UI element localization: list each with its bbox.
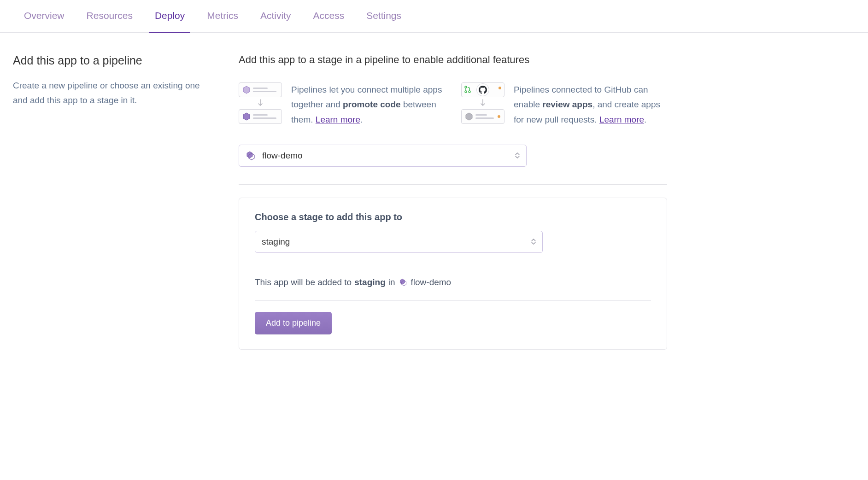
svg-marker-5 xyxy=(466,113,472,120)
svg-point-2 xyxy=(465,86,467,88)
panel-label: Choose a stage to add this app to xyxy=(255,212,651,222)
svg-marker-1 xyxy=(243,113,250,120)
info-text-github: Pipelines connected to GitHub can enable… xyxy=(514,82,667,127)
info-block-promote: Pipelines let you connect multiple apps … xyxy=(239,82,445,127)
pipeline-icon xyxy=(399,278,407,287)
diagram-card-bottom xyxy=(461,109,504,124)
chevron-up-down-icon xyxy=(515,152,520,158)
pipeline-icon xyxy=(246,151,256,161)
divider xyxy=(255,266,651,266)
arrow-down-icon xyxy=(480,98,486,108)
main-heading: Add this app to a stage in a pipeline to… xyxy=(239,54,667,66)
status-dot-icon xyxy=(499,87,501,89)
hexagon-icon xyxy=(243,112,250,121)
svg-point-4 xyxy=(469,91,470,93)
summary-pipeline: flow-demo xyxy=(411,277,452,287)
content-area: Add this app to a pipeline Create a new … xyxy=(0,33,868,368)
learn-more-link[interactable]: Learn more xyxy=(599,115,644,124)
pull-request-icon xyxy=(464,86,471,95)
tab-activity[interactable]: Activity xyxy=(249,0,302,32)
summary-segment: This app will be added to xyxy=(255,277,352,287)
tab-metrics[interactable]: Metrics xyxy=(196,0,249,32)
chevron-up-down-icon xyxy=(531,239,536,245)
info-text-promote: Pipelines let you connect multiple apps … xyxy=(291,82,445,127)
stage-panel: Choose a stage to add this app to stagin… xyxy=(239,198,667,350)
pipeline-select-value: flow-demo xyxy=(262,151,303,161)
add-to-pipeline-button[interactable]: Add to pipeline xyxy=(255,312,332,334)
tab-resources[interactable]: Resources xyxy=(76,0,144,32)
stage-select[interactable]: staging xyxy=(255,231,543,253)
stage-select-value: staging xyxy=(262,237,290,247)
section-description: Create a new pipeline or choose an exist… xyxy=(13,78,211,108)
summary-segment: in xyxy=(388,277,395,287)
diagram-card-top xyxy=(239,82,282,97)
summary-stage: staging xyxy=(354,277,386,287)
tab-overview[interactable]: Overview xyxy=(13,0,76,32)
status-dot-icon xyxy=(498,115,500,118)
diagram-github xyxy=(461,82,504,127)
diagram-card-bottom xyxy=(239,109,282,124)
pipeline-select[interactable]: flow-demo xyxy=(239,145,527,167)
hexagon-icon xyxy=(465,112,473,121)
divider xyxy=(255,300,651,301)
tab-settings[interactable]: Settings xyxy=(355,0,412,32)
section-title: Add this app to a pipeline xyxy=(13,54,211,67)
diagram-promote xyxy=(239,82,282,127)
info-block-github: Pipelines connected to GitHub can enable… xyxy=(461,82,667,127)
svg-point-3 xyxy=(465,91,467,93)
divider xyxy=(239,184,667,185)
tab-access[interactable]: Access xyxy=(302,0,355,32)
arrow-down-icon xyxy=(257,98,264,108)
tab-bar: Overview Resources Deploy Metrics Activi… xyxy=(0,0,868,33)
info-row: Pipelines let you connect multiple apps … xyxy=(239,82,667,127)
svg-marker-0 xyxy=(243,86,250,94)
tab-deploy[interactable]: Deploy xyxy=(144,0,196,32)
learn-more-link[interactable]: Learn more xyxy=(316,115,360,124)
info-text-bold: promote code xyxy=(343,100,401,109)
github-icon xyxy=(476,83,489,96)
hexagon-icon xyxy=(243,86,250,94)
main-section: Add this app to a stage in a pipeline to… xyxy=(239,54,667,350)
sidebar-section: Add this app to a pipeline Create a new … xyxy=(13,54,211,350)
info-text-bold: review apps xyxy=(542,100,592,109)
summary-text: This app will be added to staging in flo… xyxy=(255,277,651,287)
